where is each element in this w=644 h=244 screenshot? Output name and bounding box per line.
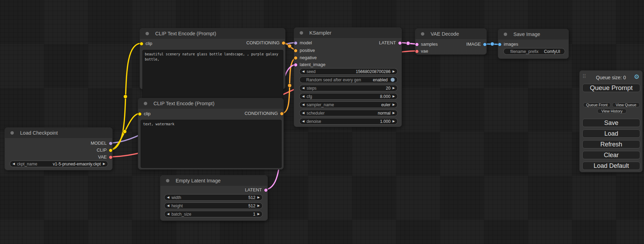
decrement-icon[interactable]: ◀ <box>302 101 305 108</box>
node-clip-text-encode-negative[interactable]: CLIP Text Encode (Prompt) clip CONDITION… <box>138 98 284 170</box>
node-ksampler[interactable]: KSampler model positive negative latent_… <box>294 27 402 127</box>
link-dot <box>491 42 494 46</box>
increment-icon[interactable]: ▶ <box>392 101 395 108</box>
node-empty-latent-image[interactable]: Empty Latent Image LATENT ◀ width 512 ▶ … <box>160 175 268 221</box>
clip-port-dot[interactable] <box>109 148 113 152</box>
clear-button[interactable]: Clear <box>582 151 640 159</box>
increment-icon[interactable]: ▶ <box>257 202 260 209</box>
decrement-icon[interactable]: ◀ <box>167 194 169 201</box>
decrement-icon[interactable]: ◀ <box>12 161 15 167</box>
image-port-dot[interactable] <box>483 43 487 46</box>
node-vae-decode[interactable]: VAE Decode samples vae IMAGE <box>415 28 487 55</box>
node-title-bar[interactable]: CLIP Text Encode (Prompt) <box>140 28 285 39</box>
node-clip-text-encode-positive[interactable]: CLIP Text Encode (Prompt) clip CONDITION… <box>140 28 285 89</box>
node-collapse-dot[interactable] <box>145 31 149 36</box>
port-label: CONDITIONING <box>245 111 278 116</box>
conditioning-port-dot[interactable] <box>294 56 298 60</box>
node-title-bar[interactable]: Empty Latent Image <box>160 175 267 186</box>
image-port-dot[interactable] <box>498 43 502 46</box>
latent-port-dot[interactable] <box>264 188 268 192</box>
output-port-conditioning: CONDITIONING <box>246 40 285 46</box>
queue-prompt-button[interactable]: Queue Prompt <box>582 84 640 92</box>
vae-port-dot[interactable] <box>415 49 419 53</box>
widget-seed[interactable]: ◀ seed 156680208700286 ▶ <box>299 68 398 75</box>
node-collapse-dot[interactable] <box>10 131 14 135</box>
latent-port-dot[interactable] <box>398 41 402 45</box>
load-default-button[interactable]: Load Default <box>582 162 640 170</box>
widget-height[interactable]: ◀ height 512 ▶ <box>164 202 263 209</box>
load-button[interactable]: Load <box>582 129 640 138</box>
decrement-icon[interactable]: ◀ <box>302 118 305 125</box>
conditioning-port-dot[interactable] <box>282 41 285 45</box>
widget-batch-size[interactable]: ◀ batch_size 1 ▶ <box>164 211 263 217</box>
widget-label: steps <box>307 86 382 91</box>
widget-value: 8.000 <box>380 94 390 99</box>
increment-icon[interactable]: ▶ <box>257 211 260 217</box>
port-label: clip <box>145 41 152 46</box>
clip-port-dot[interactable] <box>140 42 143 46</box>
latent-port-dot[interactable] <box>415 43 419 46</box>
node-title-bar[interactable]: CLIP Text Encode (Prompt) <box>138 98 283 109</box>
increment-icon[interactable]: ▶ <box>392 68 395 75</box>
queue-front-button[interactable]: Queue Front <box>583 102 611 107</box>
node-title-bar[interactable]: Save Image <box>498 29 568 39</box>
node-title: VAE Decode <box>431 31 459 37</box>
node-collapse-dot[interactable] <box>299 31 303 35</box>
decrement-icon[interactable]: ◀ <box>302 93 305 100</box>
latent-port-dot[interactable] <box>294 63 298 67</box>
conditioning-port-dot[interactable] <box>280 112 284 116</box>
decrement-icon[interactable]: ◀ <box>167 202 169 209</box>
widget-scheduler[interactable]: ◀ scheduler normal ▶ <box>299 110 398 116</box>
view-queue-button[interactable]: View Queue <box>612 102 640 107</box>
input-port-clip: clip <box>138 111 151 117</box>
conditioning-port-dot[interactable] <box>294 49 298 53</box>
node-collapse-dot[interactable] <box>166 179 170 183</box>
refresh-button[interactable]: Refresh <box>582 140 640 148</box>
widget-steps[interactable]: ◀ steps 20 ▶ <box>299 85 398 91</box>
node-title-bar[interactable]: KSampler <box>294 28 402 38</box>
widget-filename-prefix[interactable]: filename_prefix ComfyUI <box>503 48 565 55</box>
widget-label: width <box>171 195 244 200</box>
node-collapse-dot[interactable] <box>503 32 508 36</box>
widget-random-seed-toggle[interactable]: Random seed after every gen enabled <box>299 76 398 83</box>
toggle-knob[interactable] <box>390 78 395 82</box>
widget-label: scheduler <box>307 111 373 116</box>
node-collapse-dot[interactable] <box>421 32 425 36</box>
widget-denoise[interactable]: ◀ denoise 1.000 ▶ <box>299 118 398 125</box>
widget-label: filename_prefix <box>510 49 540 54</box>
increment-icon[interactable]: ▶ <box>257 194 260 201</box>
node-load-checkpoint[interactable]: Load Checkpoint MODEL CLIP VAE ◀ ckpt_na… <box>5 127 113 170</box>
node-title: CLIP Text Encode (Prompt) <box>153 101 214 106</box>
prompt-textarea[interactable]: text, watermark <box>141 120 282 168</box>
increment-icon[interactable]: ▶ <box>392 85 395 91</box>
widget-width[interactable]: ◀ width 512 ▶ <box>164 194 263 201</box>
output-port-clip: CLIP <box>97 147 112 153</box>
widget-ckpt-name[interactable]: ◀ ckpt_name v1-5-pruned-emaonly.ckpt ▶ <box>10 161 108 167</box>
model-port-dot[interactable] <box>109 142 113 145</box>
clip-port-dot[interactable] <box>138 112 142 116</box>
link-dot <box>288 84 292 88</box>
increment-icon[interactable]: ▶ <box>392 93 395 100</box>
decrement-icon[interactable]: ◀ <box>302 85 305 91</box>
decrement-icon[interactable]: ◀ <box>302 110 305 116</box>
save-button[interactable]: Save <box>582 119 640 127</box>
node-title-bar[interactable]: Load Checkpoint <box>5 128 112 138</box>
decrement-icon[interactable]: ◀ <box>302 68 305 75</box>
vae-port-dot[interactable] <box>109 155 113 159</box>
widget-label: batch_size <box>171 212 249 217</box>
increment-icon[interactable]: ▶ <box>392 118 395 125</box>
gear-icon[interactable]: ⚙ <box>634 73 639 81</box>
model-port-dot[interactable] <box>294 41 298 45</box>
comfyui-canvas[interactable]: { "colors": { "model": "#b39ddb", "clip"… <box>0 0 644 244</box>
increment-icon[interactable]: ▶ <box>392 110 395 116</box>
port-label: clip <box>144 111 151 116</box>
view-history-button[interactable]: View History <box>597 109 627 114</box>
node-save-image[interactable]: Save Image images filename_prefix ComfyU… <box>498 29 569 59</box>
increment-icon[interactable]: ▶ <box>103 161 105 167</box>
node-collapse-dot[interactable] <box>143 101 148 106</box>
node-title-bar[interactable]: VAE Decode <box>415 29 486 39</box>
link-dot <box>406 42 410 45</box>
widget-sampler-name[interactable]: ◀ sampler_name euler ▶ <box>299 101 398 108</box>
widget-cfg[interactable]: ◀ cfg 8.000 ▶ <box>299 93 398 100</box>
decrement-icon[interactable]: ◀ <box>167 211 169 217</box>
